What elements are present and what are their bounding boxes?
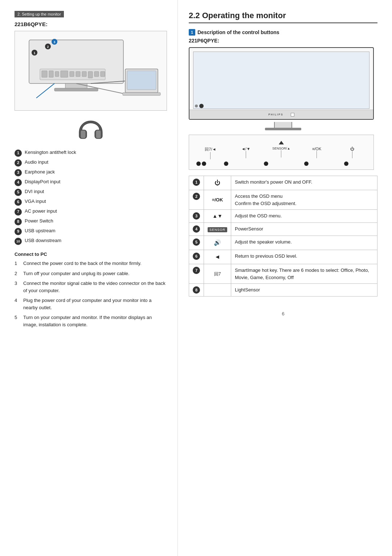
svg-rect-8 <box>70 71 74 77</box>
monitor-stand <box>189 122 377 130</box>
buttons-row: 回7/◄ ◄/▼ SENSOR/▲ ≡/OK ⏻ <box>193 147 370 159</box>
svg-text:2: 2 <box>47 45 49 49</box>
item-num-6: 6 <box>15 199 22 206</box>
list-item: 10 USB downstream <box>15 237 167 245</box>
btn-dot-4 <box>304 162 309 166</box>
power-icon: ⏻ <box>204 176 231 190</box>
svg-rect-6 <box>55 71 59 77</box>
section-bar: 2. Setting up the monitor <box>15 11 64 17</box>
svg-rect-19 <box>123 93 160 95</box>
table-row: 8 LightSensor <box>189 284 377 297</box>
btn-label-4: ≡/OK <box>306 147 328 158</box>
item-num-2: 2 <box>15 159 22 167</box>
smartimage-icon: 回7 <box>204 264 231 284</box>
numbered-items-list: 1 Kensington antitheft lock 2 Audio inpu… <box>15 149 167 245</box>
svg-rect-10 <box>82 71 86 77</box>
item-num-3: 3 <box>15 169 22 176</box>
connect-section: Connect to PC 1 Connect the power cord t… <box>15 252 167 328</box>
monitor-svg: 1 2 3 <box>18 33 163 109</box>
table-row: 6 ◄ Return to previous OSD level. <box>189 250 377 264</box>
svg-rect-13 <box>101 71 105 77</box>
btn-dot-5 <box>344 162 348 166</box>
svg-rect-2 <box>54 88 98 91</box>
table-row: 2 ≡/OK Access the OSD menuConfirm the OS… <box>189 190 377 210</box>
back-icon: ◄ <box>204 250 231 264</box>
control-buttons-diagram: 回7/◄ ◄/▼ SENSOR/▲ ≡/OK ⏻ <box>189 135 374 170</box>
list-item: 3 Earphone jack <box>15 169 167 176</box>
connect-step: 4 Plug the power cord of your computer a… <box>15 297 167 311</box>
page-number: 6 <box>189 311 377 316</box>
right-model-title: 221P6QPYE: <box>189 38 377 44</box>
list-item: 1 Kensington antitheft lock <box>15 149 167 157</box>
svg-rect-12 <box>94 71 99 77</box>
svg-rect-27 <box>96 130 101 138</box>
table-row: 1 ⏻ Switch monitor's power ON and OFF. <box>189 176 377 190</box>
left-model-title: 221B6QPYE: <box>15 21 167 27</box>
connect-step: 5 Turn on your computer and monitor. If … <box>15 314 167 328</box>
svg-line-14 <box>36 83 54 98</box>
table-row: 7 回7 SmartImage hot key. There are 6 mod… <box>189 264 377 284</box>
btn-label-3: SENSOR/▲ <box>270 147 292 158</box>
sensor-badge: SENSOR <box>204 223 231 236</box>
lightsensor-cell <box>204 284 231 297</box>
item-num-7: 7 <box>15 208 22 216</box>
connect-title: Connect to PC <box>15 252 167 257</box>
svg-rect-9 <box>76 71 80 77</box>
svg-rect-26 <box>81 130 86 138</box>
volume-icon: 🔊 <box>204 236 231 250</box>
monitor-display: PHILIPS <box>189 47 374 120</box>
btn-label-5: ⏻ <box>341 147 363 158</box>
connect-step: 3 Connect the monitor signal cable to th… <box>15 280 167 294</box>
svg-rect-18 <box>127 71 156 90</box>
list-item: 2 Audio input <box>15 159 167 167</box>
monitor-indicator <box>291 113 294 116</box>
menu-ok-icon: ≡/OK <box>204 190 231 210</box>
btn-dot-3 <box>264 162 268 166</box>
connect-steps: 1 Connect the power cord to the back of … <box>15 260 167 328</box>
item-num-5: 5 <box>15 189 22 196</box>
up-arrow-icon <box>279 141 284 144</box>
connect-step: 2 Turn off your computer and unplug its … <box>15 270 167 277</box>
headphones-area <box>15 117 167 143</box>
svg-rect-4 <box>42 71 47 77</box>
btn-label-1: 回7/◄ <box>200 147 221 159</box>
control-table: 1 ⏻ Switch monitor's power ON and OFF. 2… <box>189 176 377 297</box>
item-num-9: 9 <box>15 228 22 235</box>
svg-text:1: 1 <box>33 51 35 55</box>
arrows-icon: ▲▼ <box>204 210 231 223</box>
desc-title: 1 Description of the control buttons <box>189 29 377 36</box>
table-row: 4 SENSOR PowerSensor <box>189 223 377 236</box>
btn-label-2: ◄/▼ <box>235 147 257 158</box>
btn-dots-1 <box>196 162 206 166</box>
list-item: 8 Power Switch <box>15 218 167 225</box>
item-num-8: 8 <box>15 218 22 225</box>
headphones-svg <box>76 117 105 143</box>
item-num-10: 10 <box>15 238 22 245</box>
table-row: 3 ▲▼ Adjust the OSD menu. <box>189 210 377 223</box>
svg-text:3: 3 <box>53 40 55 44</box>
item-num-4: 4 <box>15 179 22 186</box>
pointer-indicators <box>195 104 204 108</box>
list-item: 4 DisplayPort input <box>15 179 167 186</box>
table-row: 5 🔊 Adjust the speaker volume. <box>189 236 377 250</box>
svg-rect-5 <box>49 71 53 77</box>
monitor-diagram: 1 2 3 <box>15 31 167 111</box>
philips-label: PHILIPS <box>268 113 283 116</box>
monitor-display-wrapper: PHILIPS <box>189 47 377 130</box>
list-item: 7 AC power input <box>15 208 167 216</box>
btn-dot-2 <box>224 162 228 166</box>
list-item: 5 DVI input <box>15 188 167 196</box>
list-item: 9 USB upstream <box>15 228 167 235</box>
section-title: 2.2 Operating the monitor <box>189 11 377 23</box>
svg-rect-11 <box>88 71 93 78</box>
connect-step: 1 Connect the power cord to the back of … <box>15 260 167 267</box>
list-item: 6 VGA input <box>15 198 167 206</box>
item-num-1: 1 <box>15 150 22 157</box>
svg-rect-7 <box>61 71 68 77</box>
